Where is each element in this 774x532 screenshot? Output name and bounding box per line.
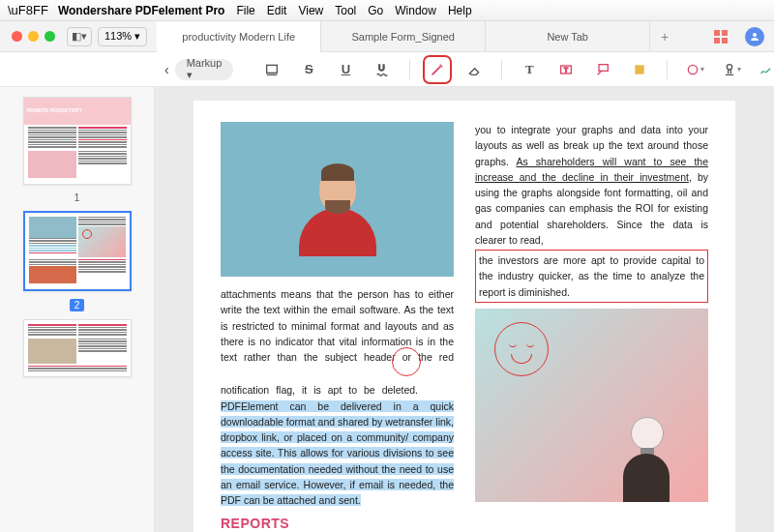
page-number-2: 2 (70, 299, 85, 311)
page-thumbnail-2[interactable] (23, 211, 132, 292)
svg-rect-1 (267, 65, 278, 73)
photo-lightbulb (475, 309, 708, 502)
hand (623, 454, 670, 502)
svg-text:U: U (378, 63, 385, 73)
window-controls (12, 31, 55, 42)
minimize-icon[interactable] (28, 31, 39, 42)
menu-bar: \uF8FF Wondershare PDFelement Pro File E… (0, 0, 774, 21)
rectangle-annotation[interactable]: the investors are more apt to provide ca… (475, 250, 708, 303)
body-text: attachments means that the person has to… (221, 288, 454, 396)
strikethrough-button[interactable]: S (299, 60, 318, 79)
stamp-button[interactable]: ▾ (722, 60, 741, 79)
app-name[interactable]: Wondershare PDFelement Pro (58, 4, 225, 17)
photo-man-laughing (221, 122, 454, 277)
svg-rect-7 (636, 65, 644, 74)
svg-point-8 (689, 65, 698, 74)
back-button[interactable]: ‹ (164, 62, 169, 77)
highlighted-text: PDFElement can be delivered in a quick d… (221, 400, 454, 507)
thumbnail-panel[interactable]: PROMOTE PRODUCTIVITY 1 2 (0, 87, 155, 532)
tab-sample-form[interactable]: Sample Form_Signed (321, 21, 486, 52)
svg-rect-6 (599, 64, 608, 71)
zoom-select[interactable]: 113% ▾ (98, 27, 147, 46)
text-button[interactable]: T (520, 60, 539, 79)
pencil-button[interactable] (428, 60, 447, 79)
annotation-toolbar: ‹ Markup ▾ S U U T T ▾ ▾ ▾ (0, 52, 774, 87)
document-viewport[interactable]: attachments means that the person has to… (155, 87, 774, 532)
right-column: you to integrate your graphs and data in… (475, 122, 708, 532)
svg-point-0 (753, 33, 757, 37)
shape-button[interactable]: ▾ (685, 60, 704, 79)
underline-button[interactable]: U (336, 60, 355, 79)
sidebar-toggle-button[interactable]: ◧▾ (67, 27, 92, 46)
tab-new[interactable]: New Tab (486, 21, 650, 52)
pencil-annotation-smiley[interactable] (494, 322, 549, 376)
signature-button[interactable]: ▾ (759, 60, 774, 79)
textbox-button[interactable]: T (556, 60, 576, 79)
separator (409, 60, 410, 79)
markup-mode-select[interactable]: Markup ▾ (175, 59, 234, 80)
apple-icon[interactable]: \uF8FF (8, 3, 48, 17)
menu-help[interactable]: Help (448, 4, 472, 17)
maximize-icon[interactable] (45, 31, 55, 42)
menu-window[interactable]: Window (395, 4, 436, 17)
left-column: attachments means that the person has to… (221, 122, 454, 532)
separator (501, 60, 502, 79)
squiggly-button[interactable]: U (372, 60, 392, 79)
main-area: PROMOTE PRODUCTIVITY 1 2 attachme (0, 87, 774, 532)
menu-view[interactable]: View (298, 4, 323, 17)
callout-button[interactable] (593, 60, 612, 79)
menu-go[interactable]: Go (368, 4, 383, 17)
menu-file[interactable]: File (236, 4, 254, 17)
page-number-1: 1 (74, 192, 80, 203)
separator (667, 60, 668, 79)
page-thumbnail-1[interactable]: PROMOTE PRODUCTIVITY (23, 97, 132, 185)
area-highlight-button[interactable] (262, 60, 282, 79)
section-heading: REPORTS (221, 514, 454, 532)
svg-text:T: T (564, 66, 568, 73)
document-tabs: productivity Modern Life Sample Form_Sig… (157, 21, 706, 52)
close-icon[interactable] (12, 31, 22, 42)
eraser-button[interactable] (464, 60, 484, 79)
sticky-note-button[interactable] (630, 60, 649, 79)
menu-tool[interactable]: Tool (335, 4, 356, 17)
user-avatar[interactable] (745, 27, 764, 46)
tab-productivity[interactable]: productivity Modern Life (157, 21, 321, 52)
new-tab-button[interactable]: + (650, 21, 679, 52)
page-thumbnail-3[interactable] (23, 319, 132, 377)
svg-point-9 (728, 64, 732, 69)
title-bar: ◧▾ 113% ▾ productivity Modern Life Sampl… (0, 21, 774, 52)
pdf-page: attachments means that the person has to… (194, 101, 735, 532)
app-grid-icon[interactable] (706, 30, 735, 44)
menu-edit[interactable]: Edit (267, 4, 287, 17)
